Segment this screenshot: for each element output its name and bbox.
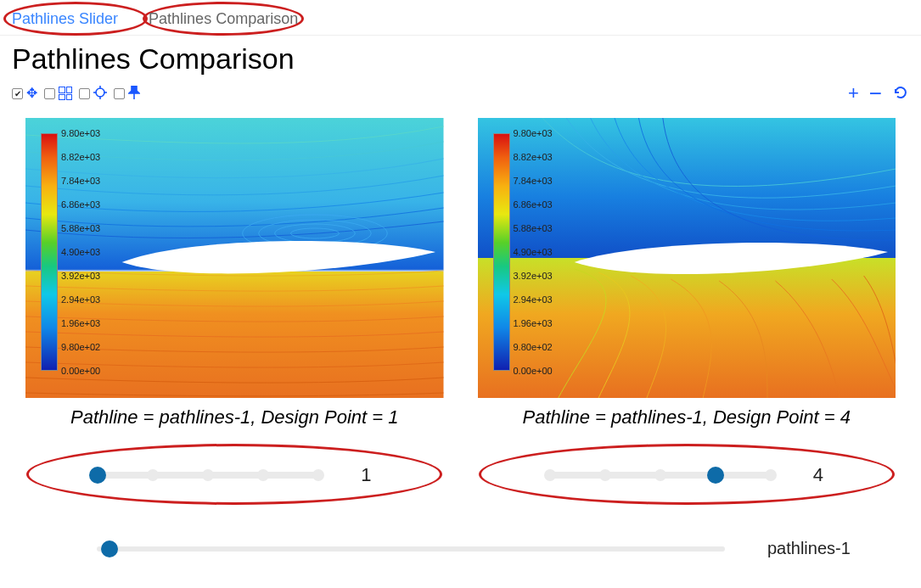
svg-point-0 (96, 88, 104, 97)
colorbar-tick: 7.84e+03 (61, 176, 100, 186)
colorbar-tick: 9.80e+02 (514, 342, 553, 352)
comparison-row: 9.80e+038.82e+037.84e+036.86e+035.88e+03… (0, 109, 921, 428)
tab-pathlines-comparison[interactable]: Pathlines Comparison (143, 8, 303, 30)
tool-pin[interactable] (114, 86, 140, 102)
pathline-select-slider[interactable] (97, 546, 725, 552)
tool-crosshair[interactable] (79, 86, 107, 102)
reset-icon[interactable] (892, 84, 909, 104)
colorbar-tick: 1.96e+03 (61, 318, 100, 328)
zoom-in-icon[interactable]: + (848, 84, 859, 103)
colorbar-tick: 9.80e+03 (61, 128, 100, 138)
colorbar-tick: 5.88e+03 (61, 223, 100, 233)
colorbar-tick: 9.80e+02 (61, 342, 100, 352)
colorbar-tick: 8.82e+03 (514, 152, 553, 162)
plot-toolbar: ✥ + − (0, 81, 921, 109)
page-title: Pathlines Comparison (12, 42, 909, 76)
left-slider-cell: 1 (25, 445, 444, 505)
tool-grid[interactable] (44, 87, 72, 100)
colorbar-tick: 9.80e+03 (514, 128, 553, 138)
colorbar-tick: 5.88e+03 (514, 223, 553, 233)
checkbox-icon (12, 88, 23, 99)
colorbar-tick: 4.90e+03 (61, 247, 100, 257)
colorbar-tick: 0.00e+00 (514, 366, 553, 376)
checkbox-icon (114, 88, 125, 99)
tool-pan[interactable]: ✥ (12, 87, 37, 100)
bottom-slider-row: pathlines-1 (0, 513, 921, 575)
left-slider-value: 1 (361, 464, 371, 486)
tab-pathlines-slider[interactable]: Pathlines Slider (7, 8, 123, 30)
right-caption: Pathline = pathlines-1, Design Point = 4 (478, 406, 896, 428)
left-panel: 9.80e+038.82e+037.84e+036.86e+035.88e+03… (25, 118, 444, 428)
pin-icon (128, 86, 140, 102)
colorbar-tick: 2.94e+03 (61, 294, 100, 305)
right-panel: 9.80e+038.82e+037.84e+036.86e+035.88e+03… (478, 118, 896, 428)
grid-icon (59, 87, 72, 100)
colorbar-tick: 3.92e+03 (514, 271, 553, 281)
colorbar-tick: 4.90e+03 (514, 247, 553, 257)
slider-row: 1 4 (0, 428, 921, 513)
checkbox-icon (79, 88, 90, 99)
design-point-slider-left[interactable] (98, 472, 318, 479)
colorbar-tick: 1.96e+03 (514, 318, 553, 328)
left-caption: Pathline = pathlines-1, Design Point = 1 (25, 406, 444, 428)
move-icon: ✥ (26, 87, 37, 100)
pathlines-plot-right[interactable]: 9.80e+038.82e+037.84e+036.86e+035.88e+03… (478, 118, 896, 398)
checkbox-icon (44, 88, 55, 99)
pathlines-plot-left[interactable]: 9.80e+038.82e+037.84e+036.86e+035.88e+03… (25, 118, 444, 398)
colorbar: 9.80e+038.82e+037.84e+036.86e+035.88e+03… (41, 133, 58, 371)
colorbar-tick: 8.82e+03 (61, 152, 100, 162)
bottom-slider-label: pathlines-1 (767, 539, 851, 558)
colorbar-tick: 3.92e+03 (61, 271, 100, 281)
colorbar: 9.80e+038.82e+037.84e+036.86e+035.88e+03… (493, 133, 510, 371)
tab-bar: Pathlines Slider Pathlines Comparison (0, 0, 921, 36)
colorbar-tick: 2.94e+03 (514, 294, 553, 305)
design-point-slider-right[interactable] (550, 472, 771, 479)
zoom-out-icon[interactable]: − (869, 82, 882, 104)
right-slider-value: 4 (813, 464, 823, 486)
colorbar-tick: 6.86e+03 (514, 199, 553, 210)
crosshair-icon (93, 86, 107, 102)
colorbar-tick: 0.00e+00 (61, 366, 100, 376)
colorbar-tick: 6.86e+03 (61, 199, 100, 210)
right-slider-cell: 4 (478, 445, 896, 505)
colorbar-tick: 7.84e+03 (514, 176, 553, 186)
